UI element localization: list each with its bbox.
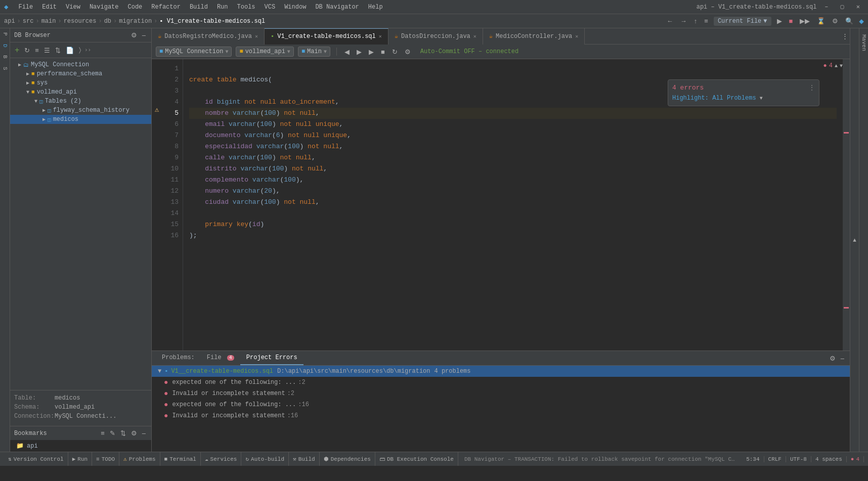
db-collapse-all-btn[interactable]: ≡ bbox=[33, 46, 40, 55]
file-tab[interactable]: File 4 bbox=[201, 351, 240, 365]
nav-up-btn[interactable]: ↑ bbox=[692, 16, 699, 26]
maven-strip[interactable]: Maven bbox=[859, 28, 868, 452]
profile-btn[interactable]: ⌛ bbox=[815, 16, 827, 26]
run-status[interactable]: ▶ Run bbox=[68, 452, 92, 466]
menu-refactor[interactable]: Refactor bbox=[147, 2, 185, 12]
tree-sys[interactable]: ▶ ■ sys bbox=[10, 78, 151, 88]
bookmarks-strip-icon[interactable]: B bbox=[2, 55, 8, 59]
db-add-btn[interactable]: + bbox=[13, 45, 21, 56]
tree-performance-schema[interactable]: ▶ ■ performance_schema bbox=[10, 69, 151, 78]
code-editor[interactable]: ● 4 ▲ ▼ 4 errors ⋮ Highlight: All Proble… bbox=[152, 59, 850, 351]
menu-navigate[interactable]: Navigate bbox=[85, 2, 123, 12]
menu-window[interactable]: Window bbox=[280, 2, 310, 12]
bookmarks-api-item[interactable]: 📁 api bbox=[16, 442, 145, 450]
tree-connection[interactable]: ▶ 🗂 MySQL Connection bbox=[10, 60, 151, 69]
schema-select[interactable]: ■ vollmed_api ▼ bbox=[236, 47, 293, 57]
problem-item-2[interactable]: ● Invalid or incomplete statement :2 bbox=[152, 388, 850, 399]
todo-status[interactable]: ≡ TODO bbox=[92, 452, 119, 466]
run-config-btn[interactable]: ▶ bbox=[775, 16, 784, 26]
exec-next-btn[interactable]: ▶ bbox=[355, 47, 363, 57]
stop-sql-btn[interactable]: ■ bbox=[379, 47, 386, 57]
breadcrumb-db[interactable]: db bbox=[104, 18, 111, 25]
notifications-strip[interactable]: ▲ bbox=[850, 28, 859, 452]
window-close[interactable]: ✕ bbox=[852, 3, 864, 11]
tab-medico-controller[interactable]: ☕ MedicoController.java ✕ bbox=[483, 28, 585, 45]
db-settings-btn[interactable]: ⚙ bbox=[129, 30, 139, 40]
problems-close-btn[interactable]: – bbox=[839, 354, 846, 363]
run-sql-btn[interactable]: ▶ bbox=[367, 47, 375, 57]
error-panel-highlight[interactable]: Highlight: All Problems ▼ bbox=[672, 95, 815, 102]
build-status[interactable]: ⚒ Build bbox=[289, 452, 320, 466]
tree-tables[interactable]: ▼ ◫ Tables (2) bbox=[10, 97, 151, 106]
problems-status[interactable]: ⚠ Problems bbox=[119, 452, 160, 466]
session-select[interactable]: ■ Main ▼ bbox=[298, 47, 330, 57]
bookmarks-list-btn[interactable]: ≡ bbox=[99, 428, 106, 438]
breadcrumb-file[interactable]: ▪ V1_create-table-medicos.sql bbox=[159, 18, 265, 25]
connection-select[interactable]: ■ MySQL Connection ▼ bbox=[156, 47, 232, 57]
db-nav-btn[interactable]: 📄 bbox=[64, 46, 75, 55]
search-btn[interactable]: 🔍 bbox=[844, 16, 855, 26]
line-col-status[interactable]: 5:34 bbox=[742, 456, 764, 462]
structure-strip-icon[interactable]: S bbox=[2, 67, 8, 70]
breadcrumb-api[interactable]: api bbox=[4, 18, 15, 25]
bookmarks-edit-btn[interactable]: ✎ bbox=[108, 428, 117, 438]
bookmarks-nav-btn[interactable]: ⇅ bbox=[119, 428, 127, 438]
db-browser-icon[interactable]: D bbox=[2, 44, 8, 48]
encoding-status[interactable]: UTF-8 bbox=[786, 456, 811, 462]
menu-dbnavigator[interactable]: DB Navigator bbox=[311, 2, 363, 12]
window-maximize[interactable]: ▢ bbox=[837, 3, 848, 11]
db-execution-status[interactable]: 🗃 DB Execution Console bbox=[375, 452, 458, 466]
line-endings-status[interactable]: CRLF bbox=[764, 456, 786, 462]
sql-settings-btn[interactable]: ⚙ bbox=[403, 47, 412, 57]
editor-scrollbar[interactable] bbox=[843, 59, 850, 351]
exec-prev-btn[interactable]: ◀ bbox=[343, 47, 351, 57]
dependencies-status[interactable]: ⬢ Dependencies bbox=[320, 452, 375, 466]
menu-file[interactable]: File bbox=[14, 2, 37, 12]
debug-btn[interactable]: ■ bbox=[788, 16, 795, 26]
menu-help[interactable]: Help bbox=[364, 2, 387, 12]
project-icon[interactable]: P bbox=[2, 32, 8, 36]
problem-item-1[interactable]: ● expected one of the following: ... :2 bbox=[152, 377, 850, 388]
nav-back-btn[interactable]: ← bbox=[665, 16, 675, 26]
rollback-btn[interactable]: ↻ bbox=[390, 47, 399, 57]
services-status[interactable]: ☁ Services bbox=[201, 452, 241, 466]
indent-status[interactable]: 4 spaces bbox=[811, 456, 847, 462]
menu-edit[interactable]: Edit bbox=[38, 2, 61, 12]
version-control-status[interactable]: ⇅ Version Control bbox=[4, 452, 68, 466]
tree-medicos[interactable]: ▶ ◫ medicos bbox=[10, 115, 151, 124]
tab-close-3[interactable]: ✕ bbox=[575, 33, 578, 39]
settings-btn[interactable]: ⚙ bbox=[831, 16, 840, 26]
error-count-status[interactable]: ● 4 bbox=[847, 456, 864, 462]
menu-vcs[interactable]: VCS bbox=[261, 2, 280, 12]
problems-settings-btn[interactable]: ⚙ bbox=[828, 354, 837, 363]
tab-datos-direccion[interactable]: ☕ DatosDireccion.java ✕ bbox=[388, 28, 483, 45]
tabs-overflow-btn[interactable]: ⋮ bbox=[840, 31, 850, 41]
problem-item-3[interactable]: ● expected one of the following: ... :16 bbox=[152, 399, 850, 410]
menu-build[interactable]: Build bbox=[186, 2, 212, 12]
menu-run[interactable]: Run bbox=[213, 2, 232, 12]
tab-close-2[interactable]: ✕ bbox=[473, 33, 476, 39]
db-sort-btn[interactable]: ⇅ bbox=[54, 46, 62, 55]
auto-build-status[interactable]: ↻ Auto-build bbox=[241, 452, 289, 466]
terminal-status[interactable]: ■ Terminal bbox=[160, 452, 201, 466]
breadcrumb-resources[interactable]: resources bbox=[64, 18, 97, 25]
db-refresh-btn[interactable]: ↻ bbox=[23, 46, 31, 55]
problems-file-row[interactable]: ▼ ▪ V1__create-table-medicos.sql D:\api\… bbox=[152, 366, 850, 377]
current-file-dropdown[interactable]: Current File ▼ bbox=[714, 17, 771, 26]
window-minimize[interactable]: – bbox=[820, 4, 832, 11]
problems-tab[interactable]: Problems: bbox=[156, 351, 201, 365]
tab-sql[interactable]: ▪ V1_create-table-medicos.sql ✕ bbox=[265, 28, 388, 45]
tab-datos-registro[interactable]: ☕ DatosRegistroMedico.java ✕ bbox=[152, 28, 265, 45]
menu-code[interactable]: Code bbox=[123, 2, 146, 12]
tab-close-sql[interactable]: ✕ bbox=[379, 33, 382, 39]
breadcrumb-main[interactable]: main bbox=[41, 18, 56, 25]
tab-close-1[interactable]: ✕ bbox=[255, 33, 258, 39]
db-expand-btn[interactable]: 〉 bbox=[77, 45, 82, 55]
breadcrumb-migration[interactable]: migration bbox=[119, 18, 152, 25]
coverage-btn[interactable]: ▶▶ bbox=[798, 16, 811, 26]
nav-recent-btn[interactable]: ≡ bbox=[703, 16, 710, 26]
tree-flyway[interactable]: ▶ ◫ flyway_schema_history bbox=[10, 106, 151, 115]
nav-forward-btn[interactable]: → bbox=[679, 16, 688, 26]
project-errors-tab[interactable]: Project Errors bbox=[240, 351, 303, 365]
breadcrumb-src[interactable]: src bbox=[23, 18, 34, 25]
